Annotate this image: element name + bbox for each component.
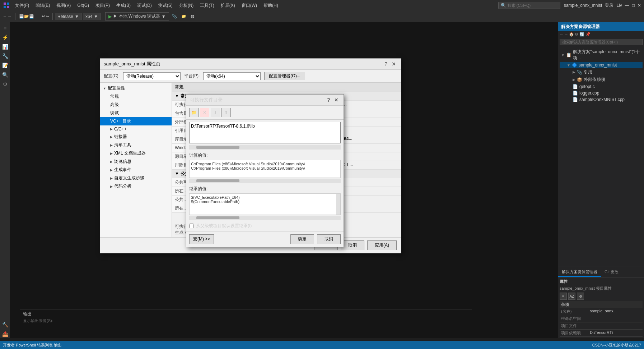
undo-btn[interactable]: ↩ ↪ [40, 13, 50, 19]
menu-build[interactable]: 生成(B) [113, 1, 134, 10]
config-mgr-btn[interactable]: 配置管理器(O)... [264, 72, 305, 80]
tree-linker[interactable]: ▶ 链接器 [100, 133, 172, 141]
props-alpha-btn[interactable]: AZ [568, 293, 575, 300]
extra-btn1[interactable]: 📁 [180, 13, 188, 19]
solution-tab[interactable]: 解决方案资源管理器 [558, 268, 601, 277]
close-btn[interactable]: ✕ [638, 3, 641, 8]
run-debugger-btn[interactable]: ▶ ▶ 本地 Windows 调试器 ▼ [105, 12, 169, 20]
menu-search-box[interactable]: 🔍 [498, 2, 560, 9]
platform-dropdown[interactable]: x64 ▼ [83, 13, 101, 20]
dialog-apply-btn[interactable]: 应用(A) [367, 240, 397, 250]
status-left: 开发者 PowerShell 错误列表 输出 [3, 343, 62, 348]
menu-extensions[interactable]: 扩展(X) [218, 1, 238, 10]
tree-item-label: 清单工具 [114, 142, 131, 148]
menu-project[interactable]: 项目(P) [93, 1, 113, 10]
live-share-btn[interactable]: Liv [616, 3, 622, 8]
tree-project-root[interactable]: ▼ 🔷 sample_onnx_mnist [560, 62, 643, 68]
inherited-hscrollbar[interactable] [189, 216, 341, 220]
attach-btn[interactable]: 📎 [171, 13, 178, 19]
minimize-btn[interactable]: — [625, 3, 629, 8]
solution-back-btn[interactable]: ← [560, 32, 564, 37]
menu-file[interactable]: 文件(F) [12, 1, 32, 10]
inherit-checkbox[interactable] [189, 224, 194, 228]
tree-item-label: 代码分析 [114, 183, 131, 189]
tree-cpp[interactable]: ▶ C/C++ [100, 125, 172, 133]
tree-vc-dirs[interactable]: VC++ 目录 [100, 117, 172, 125]
tree-custom-build[interactable]: ▶ 自定义生成步骤 [100, 174, 172, 182]
menu-window[interactable]: 窗口(W) [239, 1, 260, 10]
tree-solution-root[interactable]: ▼ 📋 解决方案"sample_onnx_mnist"(1个项... [560, 48, 643, 62]
solution-label: 解决方案"sample_onnx_mnist"(1个项... [573, 49, 641, 61]
solution-home-btn[interactable]: 🏠 [569, 32, 574, 37]
tree-getopt[interactable]: 📄 getopt.c [560, 83, 643, 90]
side-icon-4[interactable]: 🔧 [1, 52, 9, 60]
menu-test[interactable]: 测试(S) [155, 1, 176, 10]
solution-search-input[interactable] [560, 39, 643, 45]
menu-help[interactable]: 帮助(H) [261, 1, 281, 10]
side-icon-7[interactable]: ⚙ [1, 80, 9, 88]
dialog-help-btn[interactable]: ? [383, 61, 389, 67]
tree-xml-doc[interactable]: ▶ XML 文档生成器 [100, 149, 172, 157]
svg-rect-2 [4, 6, 6, 8]
inner-up-btn[interactable]: ⬆ [221, 108, 231, 117]
logger-label: logger.cpp [579, 91, 599, 96]
dialog-cancel-btn[interactable]: 取消 [341, 240, 364, 250]
menu-analyze[interactable]: 分析(N) [176, 1, 197, 10]
side-icon-9[interactable]: 📤 [1, 330, 9, 338]
tree-references[interactable]: ▶ 📎 引用 [560, 68, 643, 76]
inner-help-btn[interactable]: ? [326, 97, 331, 103]
user-login[interactable]: 登录 [605, 3, 613, 9]
tree-sample-cpp[interactable]: 📄 sampleOnnxMNIST.cpp [560, 96, 643, 103]
side-icon-8[interactable]: 🔨 [1, 320, 9, 329]
menu-edit[interactable]: 编辑(E) [33, 1, 53, 10]
props-settings-btn[interactable]: ⚙ [577, 293, 584, 300]
tree-logger[interactable]: 📄 logger.cpp [560, 90, 643, 96]
tree-browse[interactable]: ▶ 浏览信息 [100, 157, 172, 166]
tree-build-events[interactable]: ▶ 生成事件 [100, 166, 172, 174]
tree-manifest[interactable]: ▶ 清单工具 [100, 141, 172, 149]
macro-btn[interactable]: 宏(M) >> [189, 234, 214, 244]
inner-edit-area[interactable]: D:\TensorRT\TensorRT-8.6.1.6\lib [189, 122, 341, 143]
status-right-user: CSDN-小豆包的小朋友0217 [592, 343, 641, 348]
inherited-scrollbar[interactable] [336, 194, 340, 215]
inner-close-btn[interactable]: ✕ [333, 97, 340, 103]
inner-dialog-title-text: 可执行文件目录 [190, 97, 223, 103]
file-ops-btn[interactable]: 💾📂💾 [18, 13, 36, 19]
tree-ext-deps[interactable]: ▶ 📦 外部依赖项 [560, 76, 643, 83]
tree-general[interactable]: 常规 [100, 92, 172, 101]
config-dropdown[interactable]: Release ▼ [55, 13, 81, 20]
inner-folder-btn[interactable]: 📁 [189, 108, 199, 117]
props-key: 根命名空间 [560, 315, 588, 322]
platform-select[interactable]: 活动(x64) [203, 72, 261, 80]
menu-view[interactable]: 视图(V) [53, 1, 74, 10]
extra-btn2[interactable]: 🖼 [189, 14, 196, 19]
tree-code-analysis[interactable]: ▶ 代码分析 [100, 182, 172, 190]
solution-forward-btn[interactable]: → [564, 32, 568, 37]
side-icon-6[interactable]: 🔍 [1, 70, 9, 79]
side-icon-5[interactable]: 📝 [1, 61, 9, 70]
tree-config-props[interactable]: ▼ 配置属性 [100, 84, 172, 92]
menu-tools[interactable]: 工具(T) [197, 1, 217, 10]
tree-advanced[interactable]: 高级 [100, 101, 172, 109]
references-arrow-icon: ▶ [573, 70, 575, 74]
maximize-btn[interactable]: □ [632, 3, 635, 8]
inner-ok-btn[interactable]: 确定 [290, 234, 314, 244]
nav-back-btn[interactable]: ← → [1, 14, 13, 19]
git-changes-tab[interactable]: Git 更改 [601, 268, 622, 277]
menu-git[interactable]: Git(G) [74, 1, 92, 9]
inner-cancel-btn[interactable]: 取消 [317, 234, 341, 244]
props-categorized-btn[interactable]: ≡ [560, 293, 567, 300]
search-input[interactable] [508, 3, 558, 8]
inner-scrollbar[interactable] [189, 145, 341, 150]
inner-down-btn[interactable]: ⬇ [211, 108, 220, 117]
side-icon-1[interactable]: ≡ [1, 24, 9, 32]
tree-debug[interactable]: 调试 [100, 109, 172, 117]
menu-debug[interactable]: 调试(D) [134, 1, 155, 10]
computed-section: 计算的值: C:\Program Files (x86)\Microsoft V… [189, 152, 341, 183]
inner-delete-btn[interactable]: ✕ [200, 108, 209, 117]
config-select[interactable]: 活动(Release) [123, 72, 181, 80]
dialog-close-btn[interactable]: ✕ [390, 61, 397, 67]
computed-scrollbar[interactable] [189, 179, 341, 183]
side-icon-3[interactable]: 📊 [1, 42, 9, 51]
side-icon-2[interactable]: ⚡ [1, 33, 9, 42]
